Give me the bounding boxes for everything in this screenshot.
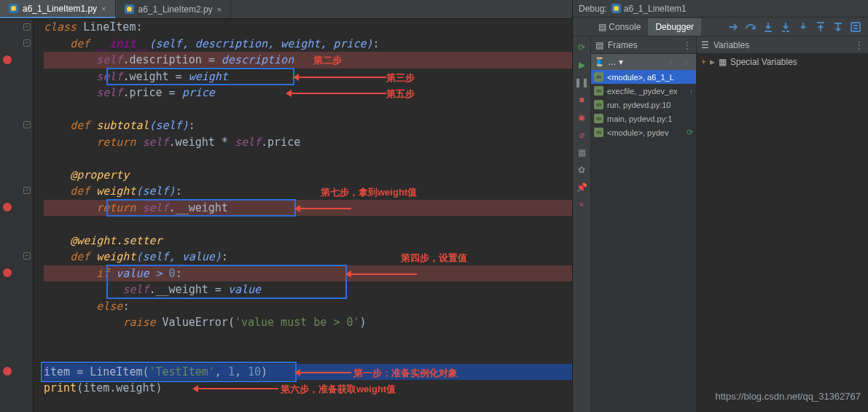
pause-icon[interactable]: ❚❚ [575, 76, 588, 89]
arrow-icon [292, 93, 386, 94]
prev-frame-icon[interactable]: ↑ [664, 56, 677, 68]
frame-row[interactable]: mmain, pydevd.py:1 [591, 112, 696, 125]
arrow-icon [198, 388, 278, 389]
frame-icon: m [594, 86, 603, 96]
python-file-icon [611, 4, 621, 13]
mute-breakpoints-icon[interactable]: ⌀ [575, 128, 588, 141]
code-line: item = LineItem('TestItem', 1, 10) 第一步：准… [44, 364, 572, 381]
plus-icon[interactable]: + [701, 57, 706, 67]
close-icon[interactable]: × [217, 5, 222, 14]
arrow-icon [351, 273, 417, 275]
editor-body[interactable]: − − − − − class LineItem: def __init__(s… [0, 19, 572, 412]
editor-tab-bar: a6_1_LineItem1.py × a6_1_LineItem2.py × [0, 0, 572, 19]
code-line: def weight(self, value): 第四步，设置值 [44, 249, 572, 265]
variable-name: Special Variables [730, 57, 797, 67]
close-icon[interactable]: × [101, 4, 106, 13]
code-line [44, 216, 572, 233]
show-execution-point-icon[interactable] [725, 20, 741, 34]
variables-group-icon: ▦ [719, 57, 727, 67]
variables-label: Variables [713, 40, 749, 50]
console-icon: ▤ [598, 22, 606, 32]
frames-label: Frames [608, 40, 638, 50]
debug-tab-bar: ▤ Console Debugger [573, 18, 868, 36]
variable-row[interactable]: + ▶ ▦ Special Variables [697, 54, 868, 70]
variables-header: ☰ Variables [697, 36, 868, 54]
layout-icon[interactable]: ▦ [575, 146, 588, 159]
code-line: if value > 0: [44, 265, 572, 282]
frame-list[interactable]: m<module>, a6_1_L mexecfile, _pydev_ex↑ … [591, 70, 696, 412]
settings-icon[interactable]: ✿ [575, 163, 588, 176]
editor-tab-lineitem1[interactable]: a6_1_LineItem1.py × [0, 0, 116, 18]
annotation-step7: 第七步，拿到weight值 [321, 184, 417, 201]
svg-rect-6 [851, 23, 860, 31]
step-over-icon[interactable] [743, 20, 759, 34]
frame-row[interactable]: m<module>, a6_1_L [591, 70, 696, 84]
run-to-cursor-icon[interactable] [830, 20, 846, 34]
svg-rect-5 [614, 6, 619, 11]
breakpoint-icon[interactable] [3, 367, 12, 376]
evaluate-icon[interactable] [848, 20, 864, 34]
tab-label: a6_1_LineItem2.py [138, 4, 213, 15]
frame-icon: m [594, 128, 603, 137]
thread-selector[interactable]: 🧵 … ▾ ↑ ↓ [591, 54, 696, 70]
frame-row[interactable]: mexecfile, _pydev_ex↑ [591, 84, 696, 98]
close-icon[interactable]: × [575, 198, 588, 211]
breakpoint-icon[interactable] [3, 55, 12, 64]
frame-row[interactable]: mrun, pydevd.py:10 [591, 98, 696, 112]
arrow-icon [299, 77, 386, 78]
annotation-step3: 第三步 [386, 70, 415, 87]
fold-icon[interactable]: − [23, 187, 31, 194]
step-out-icon[interactable] [813, 20, 829, 34]
expand-icon[interactable]: ▶ [710, 58, 715, 66]
refresh-icon[interactable]: ⟳ [687, 128, 693, 137]
variables-panel: ☰ Variables + ▶ ▦ Special Variables [697, 36, 868, 412]
resume-icon[interactable]: ▶ [575, 58, 588, 71]
force-step-into-icon[interactable] [795, 20, 811, 34]
svg-rect-1 [11, 6, 16, 11]
code-line: self.description = description 第二步 [44, 52, 572, 69]
tab-console[interactable]: ▤ Console [591, 18, 648, 36]
debug-config-name[interactable]: a6_1_LineItem1 [624, 4, 687, 14]
debug-body: ⟳ ▶ ❚❚ ■ ◉ ⌀ ▦ ✿ 📌 × ▤ Frames 🧵 … [573, 36, 868, 412]
code-line: class LineItem: [44, 19, 572, 36]
navigate-icon[interactable]: ↑ [689, 87, 694, 96]
code-line [44, 347, 572, 364]
next-frame-icon[interactable]: ↓ [680, 56, 693, 68]
more-icon[interactable] [855, 40, 864, 50]
breakpoint-icon[interactable] [3, 268, 12, 277]
more-icon[interactable] [683, 40, 692, 50]
annotation-step1: 第一步：准备实例化对象 [353, 365, 458, 382]
code-area[interactable]: class LineItem: def __init__(self, descr… [34, 19, 572, 412]
code-line: @weight.setter [44, 233, 572, 249]
frame-icon: m [594, 114, 603, 123]
step-into-icon[interactable] [760, 20, 776, 34]
frames-header: ▤ Frames [591, 36, 696, 54]
thread-icon: 🧵 [594, 57, 605, 67]
step-into-my-code-icon[interactable] [778, 20, 794, 34]
code-line: self.price = price 第五步 [44, 85, 572, 101]
fold-icon[interactable]: − [23, 23, 31, 31]
frame-row[interactable]: m<module>, pydev⟳ [591, 125, 696, 139]
breakpoint-icon[interactable] [3, 203, 12, 211]
tab-label: a6_1_LineItem1.py [23, 4, 97, 14]
stop-icon[interactable]: ■ [575, 93, 588, 106]
variables-icon: ☰ [701, 40, 709, 50]
step-buttons [725, 20, 868, 34]
code-line: def weight(self): 第七步，拿到weight值 [44, 183, 572, 200]
debug-sidebar: ⟳ ▶ ❚❚ ■ ◉ ⌀ ▦ ✿ 📌 × [573, 36, 591, 412]
frames-icon: ▤ [595, 40, 603, 50]
gutter[interactable]: − − − − − [0, 19, 34, 412]
fold-icon[interactable]: − [23, 39, 31, 47]
view-breakpoints-icon[interactable]: ◉ [575, 111, 588, 124]
tab-debugger[interactable]: Debugger [648, 18, 701, 36]
fold-icon[interactable]: − [23, 252, 31, 260]
editor-tab-lineitem2[interactable]: a6_1_LineItem2.py × [116, 0, 232, 18]
pin-icon[interactable]: 📌 [575, 181, 588, 194]
restart-icon[interactable]: ⟳ [575, 41, 588, 54]
code-line [44, 331, 572, 348]
code-line: print(item.weight) 第六步，准备获取weight值 [44, 380, 572, 397]
code-line: self.__weight = value [44, 281, 572, 298]
code-line: return self.weight * self.price [44, 134, 572, 151]
fold-icon[interactable]: − [23, 121, 31, 128]
annotation-step6: 第六步，准备获取weight值 [281, 381, 396, 398]
